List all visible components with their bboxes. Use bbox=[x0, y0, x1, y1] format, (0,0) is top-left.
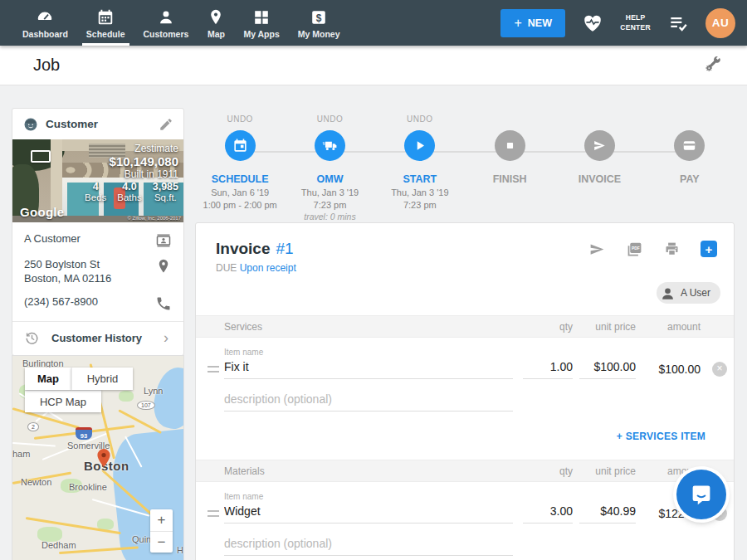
drag-handle-icon[interactable] bbox=[208, 510, 219, 517]
i93-shield: 93 bbox=[76, 427, 92, 440]
invoice-step-button[interactable] bbox=[584, 130, 615, 161]
pdf-icon[interactable]: PDF bbox=[626, 241, 643, 258]
timeline-step-start: UNDO START Thu, Jan 3 '19 7:23 pm bbox=[375, 114, 465, 222]
zoom-in-button[interactable]: + bbox=[150, 509, 173, 531]
step-date: Sun, Jan 6 '19 bbox=[211, 187, 269, 197]
new-button[interactable]: + NEW bbox=[500, 9, 565, 37]
apps-grid-icon bbox=[252, 8, 271, 27]
beds-value: 4 bbox=[85, 181, 106, 192]
map-marker-icon[interactable] bbox=[97, 449, 110, 467]
nav-item-map[interactable]: Map bbox=[198, 0, 234, 46]
nav-item-my-money[interactable]: $ My Money bbox=[289, 0, 349, 46]
property-photo[interactable]: Zestimate $10,149,080 Built in 1911 4Bed… bbox=[12, 139, 183, 222]
assigned-user-name: A User bbox=[681, 287, 710, 299]
map-type-buttons: Map Hybrid HCP Map bbox=[25, 368, 133, 412]
nav-label: Customers bbox=[144, 29, 189, 39]
due-value-link[interactable]: Upon receipt bbox=[240, 262, 296, 274]
map-label-lynn: Lynn bbox=[144, 386, 163, 396]
customer-phone-row: (234) 567-8900 bbox=[24, 295, 172, 312]
undo-link[interactable]: UNDO bbox=[407, 114, 432, 124]
page-title: Job bbox=[33, 56, 60, 75]
map-type-map-button[interactable]: Map bbox=[25, 368, 71, 390]
materials-section-header: Materials qty unit price amount bbox=[196, 460, 734, 482]
nav-items: Dashboard Schedule Customers Map My Apps… bbox=[0, 0, 349, 46]
material-qty-input[interactable] bbox=[523, 503, 573, 523]
built-year: Built in 1911 bbox=[85, 168, 178, 180]
timeline-step-finish: FINISH bbox=[465, 114, 554, 222]
start-step-button[interactable] bbox=[404, 130, 435, 161]
hcp-map-button[interactable]: HCP Map bbox=[25, 390, 101, 412]
nav-right-cluster: + NEW HELP CENTER AU bbox=[500, 0, 747, 46]
add-invoice-icon[interactable]: + bbox=[701, 241, 717, 257]
street-view-icon[interactable] bbox=[31, 150, 51, 163]
material-item-name-input[interactable] bbox=[224, 503, 513, 523]
map-type-hybrid-button[interactable]: Hybrid bbox=[71, 368, 133, 390]
dashboard-icon bbox=[36, 8, 54, 27]
map-zoom-control: + − bbox=[150, 509, 173, 553]
omw-step-button[interactable] bbox=[315, 130, 345, 161]
customer-name-row: A Customer bbox=[24, 232, 172, 249]
undo-link[interactable]: UNDO bbox=[317, 114, 343, 124]
print-icon[interactable] bbox=[663, 241, 681, 258]
nav-label: My Money bbox=[298, 29, 340, 39]
schedule-icon bbox=[96, 8, 115, 27]
top-navbar: Dashboard Schedule Customers Map My Apps… bbox=[0, 0, 747, 46]
service-item-name-input[interactable] bbox=[224, 358, 513, 379]
task-list-icon[interactable] bbox=[667, 12, 689, 34]
invoice-card: Invoice #1 PDF + DUE Upon receipt A User… bbox=[195, 222, 735, 560]
map-label-dedham: Dedham bbox=[42, 540, 76, 550]
customer-address-row: 250 Boylston StBoston, MA 02116 bbox=[24, 258, 172, 286]
pay-step-button[interactable] bbox=[674, 130, 705, 161]
step-label: PAY bbox=[680, 173, 700, 185]
add-services-item-link[interactable]: + SERVICES ITEM bbox=[617, 431, 706, 442]
customer-history-row[interactable]: Customer History › bbox=[24, 322, 172, 355]
map-pin-icon bbox=[207, 8, 225, 27]
finish-step-button[interactable] bbox=[495, 130, 525, 161]
chat-launcher-button[interactable] bbox=[676, 470, 726, 519]
step-label: INVOICE bbox=[579, 173, 621, 185]
zillow-copyright: © Zillow, Inc. 2006-2017 bbox=[128, 216, 181, 221]
job-tools-button[interactable] bbox=[704, 55, 722, 76]
service-unit-price-input[interactable] bbox=[579, 358, 636, 379]
nav-label: Map bbox=[208, 29, 225, 39]
nav-item-dashboard[interactable]: Dashboard bbox=[13, 0, 77, 46]
schedule-step-button[interactable] bbox=[225, 130, 256, 161]
material-description-input[interactable] bbox=[224, 535, 513, 556]
service-description-input[interactable] bbox=[224, 391, 513, 411]
step-date: Thu, Jan 3 '19 bbox=[301, 187, 359, 197]
baths-label: Baths bbox=[117, 192, 141, 202]
timeline-step-omw: UNDO OMW Thu, Jan 3 '19 7:23 pm travel: … bbox=[285, 114, 374, 222]
person-icon bbox=[660, 285, 676, 301]
heart-pulse-icon[interactable] bbox=[582, 12, 603, 34]
edit-pencil-icon[interactable] bbox=[159, 117, 173, 132]
invoice-header: Invoice #1 PDF + DUE Upon receipt bbox=[196, 223, 734, 274]
history-icon bbox=[24, 330, 40, 346]
user-avatar[interactable]: AU bbox=[706, 8, 735, 38]
map-widget[interactable]: Burlington Lynn 107 2 93 Somerville ham … bbox=[12, 355, 184, 560]
map-label-hingham: Hi bbox=[177, 545, 184, 555]
nav-item-customers[interactable]: Customers bbox=[134, 0, 198, 46]
contact-card-icon[interactable] bbox=[155, 232, 172, 249]
remove-item-button[interactable]: × bbox=[712, 362, 727, 377]
map-label-newton: Newton bbox=[21, 477, 51, 487]
map-label-waltham: ham bbox=[12, 449, 30, 459]
send-invoice-icon[interactable] bbox=[588, 241, 606, 258]
drag-handle-icon[interactable] bbox=[208, 366, 219, 373]
step-label: SCHEDULE bbox=[212, 173, 269, 185]
phone-icon[interactable] bbox=[155, 295, 172, 312]
help-center-button[interactable]: HELP CENTER bbox=[620, 13, 651, 32]
service-qty-input[interactable] bbox=[523, 358, 573, 379]
material-unit-price-input[interactable] bbox=[579, 503, 636, 523]
location-pin-icon[interactable] bbox=[155, 258, 172, 275]
undo-link[interactable]: UNDO bbox=[227, 114, 252, 124]
nav-item-schedule[interactable]: Schedule bbox=[77, 0, 134, 46]
help-line1: HELP bbox=[620, 13, 651, 22]
chat-icon bbox=[689, 482, 714, 507]
services-section-header: Services qty unit price amount bbox=[196, 315, 734, 338]
nav-label: Schedule bbox=[86, 29, 125, 39]
assigned-user-chip[interactable]: A User bbox=[657, 282, 720, 304]
zoom-out-button[interactable]: − bbox=[150, 531, 173, 553]
address-line2: Boston, MA 02116 bbox=[24, 272, 155, 286]
address-line1: 250 Boylston St bbox=[24, 258, 155, 272]
nav-item-my-apps[interactable]: My Apps bbox=[234, 0, 288, 46]
